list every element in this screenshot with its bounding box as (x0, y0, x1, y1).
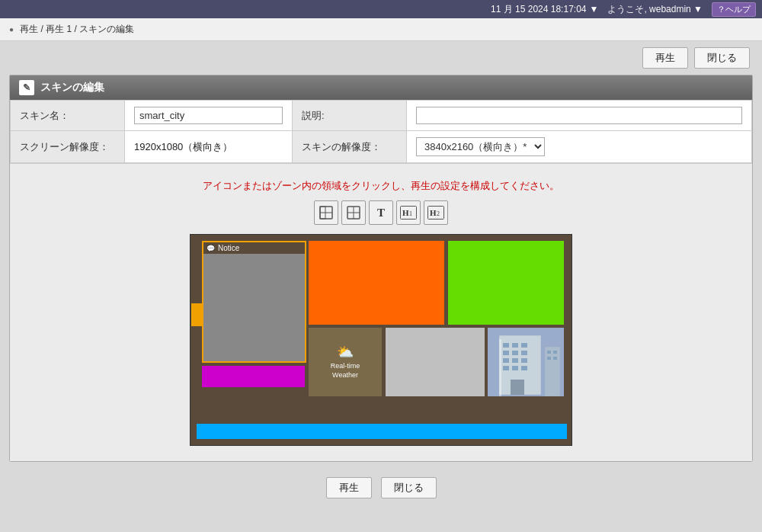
panel-title: スキンの編集 (40, 81, 104, 95)
screen-resolution-cell: 1920x1080（横向き） (125, 131, 293, 163)
zone-building[interactable] (488, 328, 564, 396)
svg-text:1: 1 (409, 210, 412, 217)
notice-chat-icon: 💬 (207, 245, 215, 252)
svg-rect-31 (547, 357, 551, 360)
svg-rect-26 (521, 366, 527, 370)
zone-purple[interactable] (202, 366, 305, 387)
svg-rect-15 (503, 343, 509, 348)
breadcrumb: ● 再生 / 再生 1 / スキンの編集 (0, 18, 762, 41)
datetime-dropdown-arrow[interactable]: ▼ (589, 4, 598, 14)
skin-resolution-cell: 3840x2160（横向き）* 1920x1080（横向き） (407, 131, 752, 163)
toolbar-icons: T H1 H2 (25, 200, 737, 225)
edit-icon: ✎ (19, 80, 34, 95)
zone-notice[interactable]: 💬 Notice (202, 241, 306, 363)
building-image (488, 328, 564, 396)
svg-rect-27 (511, 380, 524, 395)
svg-rect-22 (512, 358, 518, 363)
zone-blue-bar[interactable] (197, 424, 567, 439)
bottom-play-button[interactable]: 再生 (326, 477, 372, 498)
toolbar-h1-icon[interactable]: H1 (396, 200, 421, 225)
breadcrumb-path: 再生 / 再生 1 / スキンの編集 (20, 23, 134, 36)
svg-rect-29 (547, 351, 551, 354)
weather-icon: ⛅ (337, 344, 354, 361)
help-button[interactable]: ？ヘルプ (712, 2, 756, 17)
main-panel: ✎ スキンの編集 スキン名： 説明: スクリーン解像度： 1920x1080（横… (9, 75, 753, 462)
datetime-display: 11 月 15 2024 18:17:04 ▼ (491, 3, 598, 16)
breadcrumb-dot: ● (9, 25, 14, 34)
svg-rect-25 (512, 366, 518, 370)
form-row-name: スキン名： 説明: (11, 101, 752, 131)
datetime-text: 11 月 15 2024 18:17:04 (491, 3, 586, 16)
svg-rect-30 (553, 351, 557, 354)
canvas-instruction: アイコンまたはゾーン内の領域をクリックし、再生の設定を構成してください。 (25, 179, 737, 193)
description-cell (407, 101, 752, 131)
skin-canvas[interactable]: 💬 Notice ⛅ Real-timeWeather (190, 234, 572, 446)
svg-text:2: 2 (437, 210, 440, 217)
description-label: 説明: (293, 101, 407, 131)
svg-text:H: H (430, 208, 437, 217)
svg-rect-28 (545, 347, 560, 396)
form-table: スキン名： 説明: スクリーン解像度： 1920x1080（横向き） スキンの解… (10, 100, 752, 163)
weather-label: Real-timeWeather (331, 362, 360, 380)
top-close-button[interactable]: 閉じる (694, 47, 750, 69)
svg-rect-21 (503, 358, 509, 363)
top-actionbar: 再生 閉じる (0, 41, 762, 75)
zone-green[interactable] (448, 241, 564, 325)
toolbar-split-icon[interactable] (341, 200, 366, 225)
skin-name-input[interactable] (134, 107, 283, 124)
zone-gray[interactable] (386, 328, 485, 396)
skin-name-cell (125, 101, 293, 131)
notice-header: 💬 Notice (203, 242, 305, 254)
form-row-resolution: スクリーン解像度： 1920x1080（横向き） スキンの解像度： 3840x2… (11, 131, 752, 163)
toolbar-h2-icon[interactable]: H2 (424, 200, 448, 225)
svg-text:H: H (402, 208, 409, 217)
svg-rect-23 (521, 358, 527, 363)
skin-name-label: スキン名： (11, 101, 125, 131)
notice-label: Notice (218, 244, 239, 252)
canvas-area: アイコンまたはゾーン内の領域をクリックし、再生の設定を構成してください。 T H… (10, 163, 752, 461)
zone-weather[interactable]: ⛅ Real-timeWeather (309, 328, 382, 396)
topbar: 11 月 15 2024 18:17:04 ▼ ようこそ, webadmin ▼… (0, 0, 762, 18)
bottom-buttons: 再生 閉じる (0, 462, 762, 514)
welcome-text: ようこそ, webadmin ▼ (607, 3, 703, 16)
toolbar-image-icon[interactable] (314, 200, 338, 225)
svg-rect-32 (553, 357, 557, 360)
screen-resolution-value: 1920x1080（横向き） (134, 141, 232, 152)
toolbar-text-icon[interactable]: T (369, 200, 393, 225)
svg-rect-17 (521, 343, 527, 348)
bottom-close-button[interactable]: 閉じる (381, 477, 437, 498)
svg-rect-18 (503, 351, 509, 355)
panel-header: ✎ スキンの編集 (10, 75, 752, 100)
skin-resolution-select[interactable]: 3840x2160（横向き）* 1920x1080（横向き） (416, 137, 545, 156)
top-play-button[interactable]: 再生 (642, 47, 688, 69)
svg-rect-16 (512, 343, 518, 348)
notice-content (203, 254, 305, 357)
svg-rect-24 (503, 366, 509, 370)
skin-resolution-label: スキンの解像度： (293, 131, 407, 163)
svg-rect-20 (521, 351, 527, 355)
svg-rect-19 (512, 351, 518, 355)
screen-resolution-label: スクリーン解像度： (11, 131, 125, 163)
description-input[interactable] (416, 107, 742, 124)
zone-orange[interactable] (309, 241, 444, 325)
